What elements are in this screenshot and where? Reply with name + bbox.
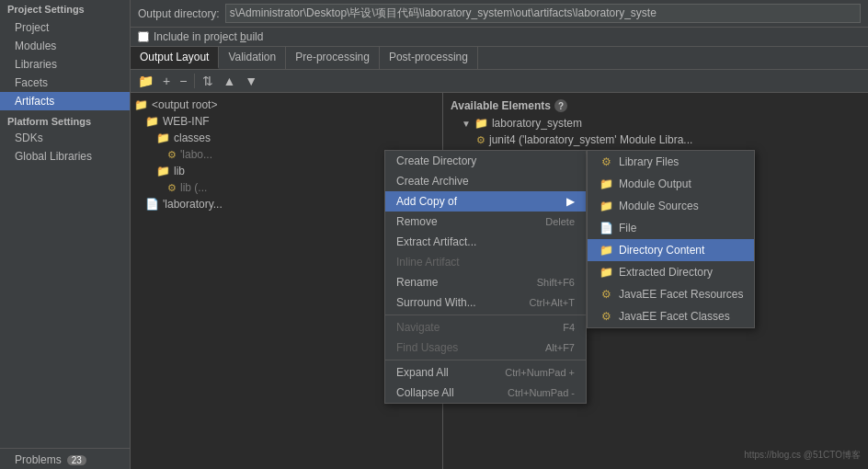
sidebar-header: Project Settings xyxy=(0,0,130,18)
sm-extracted-directory[interactable]: 📁 Extracted Directory xyxy=(588,261,754,283)
tab-post-processing[interactable]: Post-processing xyxy=(380,47,478,69)
sidebar: Project Settings Project Modules Librari… xyxy=(0,0,131,469)
include-project-label: Include in project build xyxy=(154,30,263,43)
folder-icon: 📁 xyxy=(156,165,170,177)
cm-find-usages: Find Usages Alt+F7 xyxy=(385,337,586,358)
platform-settings-header: Platform Settings xyxy=(0,110,130,129)
cm-arrow-icon: ▶ xyxy=(566,195,575,208)
include-project-row: Include in project build xyxy=(131,28,868,47)
available-header: Available Elements ? xyxy=(443,97,868,115)
toolbar-btn-add[interactable]: + xyxy=(159,72,174,90)
sidebar-item-artifacts[interactable]: Artifacts xyxy=(0,92,130,110)
tree-item-output-root[interactable]: 📁 <output root> xyxy=(131,97,442,113)
tab-validation[interactable]: Validation xyxy=(219,47,286,69)
sidebar-item-project[interactable]: Project xyxy=(0,18,130,37)
cm-collapse-all[interactable]: Collapse All Ctrl+NumPad - xyxy=(385,383,586,403)
tab-output-layout[interactable]: Output Layout xyxy=(131,47,219,69)
folder-icon: 📁 xyxy=(134,98,148,111)
lib-icon: ⚙ xyxy=(599,287,613,302)
sidebar-item-global-libraries[interactable]: Global Libraries xyxy=(0,147,130,166)
sidebar-divider xyxy=(0,448,130,449)
lib-icon: ⚙ xyxy=(599,154,613,169)
problems-row[interactable]: Problems 23 xyxy=(0,451,130,469)
submenu: ⚙ Library Files 📁 Module Output 📁 Module… xyxy=(587,150,755,328)
cm-separator-2 xyxy=(385,360,586,360)
sidebar-item-modules[interactable]: Modules xyxy=(0,37,130,55)
folder-icon: 📁 xyxy=(599,199,613,213)
cm-add-copy-of[interactable]: Add Copy of ▶ xyxy=(385,191,586,212)
lib-icon: ⚙ xyxy=(599,309,613,324)
avail-item-junit4[interactable]: ⚙ junit4 ('laboratory_system' Module Lib… xyxy=(443,132,868,148)
tree-item-classes[interactable]: 📁 classes xyxy=(131,130,442,146)
folder-icon: 📁 xyxy=(145,115,159,128)
sm-directory-content[interactable]: 📁 Directory Content xyxy=(588,239,754,261)
folder-icon: 📁 xyxy=(599,177,613,191)
toolbar: 📁 + − ⇅ ▲ ▼ xyxy=(131,70,868,93)
avail-expand-icon: ▼ xyxy=(462,119,471,129)
problems-label: Problems xyxy=(15,453,62,466)
cm-extract-artifact[interactable]: Extract Artifact... xyxy=(385,232,586,252)
output-dir-label: Output directory: xyxy=(138,7,220,20)
sm-javaee-facet-classes[interactable]: ⚙ JavaEE Facet Classes xyxy=(588,305,754,327)
cm-remove[interactable]: Remove Delete xyxy=(385,212,586,232)
cm-navigate: Navigate F4 xyxy=(385,317,586,337)
cm-expand-all[interactable]: Expand All Ctrl+NumPad + xyxy=(385,362,586,383)
cm-create-archive[interactable]: Create Archive xyxy=(385,171,586,191)
problems-badge: 23 xyxy=(67,455,86,465)
lib-icon: ⚙ xyxy=(476,134,485,146)
lib-icon: ⚙ xyxy=(167,182,177,194)
sm-javaee-facet-resources[interactable]: ⚙ JavaEE Facet Resources xyxy=(588,283,754,305)
sidebar-item-libraries[interactable]: Libraries xyxy=(0,55,130,74)
toolbar-btn-down[interactable]: ▼ xyxy=(241,72,261,90)
toolbar-btn-remove[interactable]: − xyxy=(176,72,190,90)
cm-surround-with[interactable]: Surround With... Ctrl+Alt+T xyxy=(385,292,586,313)
sm-module-sources[interactable]: 📁 Module Sources xyxy=(588,195,754,217)
file-icon: 📄 xyxy=(145,198,159,211)
folder-icon: 📁 xyxy=(599,265,613,280)
context-menu: Create Directory Create Archive Add Copy… xyxy=(384,150,587,404)
toolbar-btn-sort[interactable]: ⇅ xyxy=(199,72,217,90)
cm-create-directory[interactable]: Create Directory xyxy=(385,151,586,171)
sm-module-output[interactable]: 📁 Module Output xyxy=(588,173,754,195)
folder-blue-icon: 📁 xyxy=(599,243,613,257)
cm-separator-1 xyxy=(385,315,586,315)
tab-pre-processing[interactable]: Pre-processing xyxy=(286,47,380,69)
cm-inline-artifact: Inline Artifact xyxy=(385,252,586,272)
folder-icon: 📁 xyxy=(474,117,488,130)
sm-file[interactable]: 📄 File xyxy=(588,217,754,239)
tab-bar: Output Layout Validation Pre-processing … xyxy=(131,47,868,70)
available-help-icon[interactable]: ? xyxy=(554,99,567,112)
toolbar-btn-up[interactable]: ▲ xyxy=(219,72,239,90)
sidebar-item-facets[interactable]: Facets xyxy=(0,74,130,92)
sidebar-item-sdks[interactable]: SDKs xyxy=(0,129,130,147)
cm-rename[interactable]: Rename Shift+F6 xyxy=(385,272,586,292)
toolbar-separator xyxy=(194,74,195,88)
tree-item-web-inf[interactable]: 📁 WEB-INF xyxy=(131,113,442,130)
output-dir-bar: Output directory: s\Administrator\Deskto… xyxy=(131,0,868,28)
output-dir-value[interactable]: s\Administrator\Desktop\毕设\项目代码\laborato… xyxy=(225,4,861,23)
toolbar-btn-folder[interactable]: 📁 xyxy=(134,72,157,90)
avail-item-root[interactable]: ▼ 📁 laboratory_system xyxy=(443,115,868,132)
lib-icon: ⚙ xyxy=(167,149,177,161)
sm-library-files[interactable]: ⚙ Library Files xyxy=(588,151,754,173)
file-icon: 📄 xyxy=(599,221,613,235)
folder-blue-icon: 📁 xyxy=(156,132,170,144)
include-project-checkbox[interactable] xyxy=(138,31,149,42)
